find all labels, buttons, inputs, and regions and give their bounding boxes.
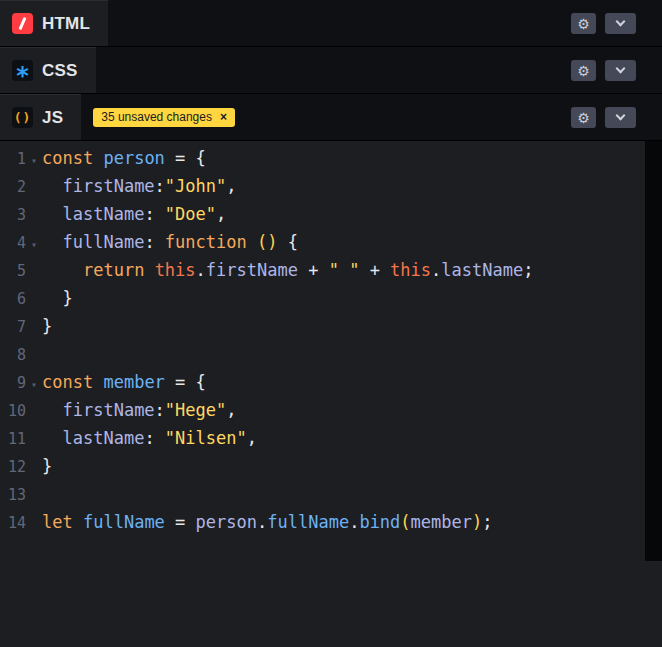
code-text: firstName:"John", [42,176,237,196]
tab-css[interactable]: * CSS [0,47,96,93]
js-parens-glyph: () [14,110,32,125]
code-text: } [42,288,73,308]
editor-panels: HTML ⚙ * CSS ⚙ [0,0,662,647]
tab-css-label: CSS [42,61,78,81]
code-line[interactable]: 6 } [0,284,662,312]
tab-html[interactable]: HTML [0,0,108,46]
chevron-down-icon [616,111,626,121]
code-line[interactable]: 14let fullName = person.fullName.bind(me… [0,508,662,536]
tab-js-label: JS [42,108,63,128]
line-number: 12 [0,453,26,481]
code-line[interactable]: 5 return this.firstName + " " + this.las… [0,256,662,284]
code-text: firstName:"Hege", [42,400,237,420]
js-panel-header: () JS 35 unsaved changes × ⚙ [0,94,662,141]
html-expand-button[interactable] [605,13,636,34]
css-expand-button[interactable] [605,60,636,81]
css-icon: * [12,60,33,81]
line-number: 13 [0,481,26,509]
fold-arrow-icon[interactable]: ▾ [26,147,42,175]
code-line[interactable]: 8 [0,340,662,368]
line-number: 9 [0,369,26,397]
unsaved-changes-text: 35 unsaved changes [101,110,212,124]
js-collapse-button[interactable] [605,107,636,128]
code-text: const member = { [42,372,206,392]
chevron-down-icon [616,17,626,27]
code-text: } [42,316,52,336]
js-header-actions: ⚙ [571,107,636,128]
badge-close-icon[interactable]: × [220,110,227,124]
js-settings-button[interactable]: ⚙ [571,107,596,128]
line-number: 7 [0,313,26,341]
line-number: 5 [0,257,26,285]
code-text: const person = { [42,148,206,168]
code-text: } [42,456,52,476]
css-panel-header: * CSS ⚙ [0,47,662,94]
html-panel-header: HTML ⚙ [0,0,662,47]
code-line[interactable]: 10 firstName:"Hege", [0,396,662,424]
html-icon [12,13,33,34]
line-number: 8 [0,341,26,369]
line-number: 1 [0,145,26,173]
gear-icon: ⚙ [577,110,590,126]
line-number: 6 [0,285,26,313]
tab-js[interactable]: () JS [0,94,81,140]
code-text: lastName: "Nilsen", [42,428,257,448]
line-number: 3 [0,201,26,229]
code-line[interactable]: 12} [0,452,662,480]
code-line[interactable]: 13 [0,480,662,508]
js-code-editor[interactable]: 1▾const person = {2 firstName:"John",3 l… [0,141,662,647]
js-icon: () [12,107,33,128]
line-number: 10 [0,397,26,425]
code-line[interactable]: 7} [0,312,662,340]
fold-arrow-icon[interactable]: ▾ [26,231,42,259]
css-settings-button[interactable]: ⚙ [571,60,596,81]
scrollbar-track[interactable] [645,141,662,561]
code-line[interactable]: 2 firstName:"John", [0,172,662,200]
css-header-actions: ⚙ [571,60,636,81]
line-number: 11 [0,425,26,453]
line-number: 4 [0,229,26,257]
code-line[interactable]: 4▾ fullName: function () { [0,228,662,256]
html-header-actions: ⚙ [571,13,636,34]
code-text: return this.firstName + " " + this.lastN… [42,260,533,280]
html-slash-glyph [18,17,26,30]
code-text: let fullName = person.fullName.bind(memb… [42,512,493,532]
code-lines: 1▾const person = {2 firstName:"John",3 l… [0,144,662,536]
gear-icon: ⚙ [577,63,590,79]
chevron-down-icon [616,64,626,74]
code-text: fullName: function () { [42,232,298,252]
code-text: lastName: "Doe", [42,204,226,224]
html-settings-button[interactable]: ⚙ [571,13,596,34]
tab-html-label: HTML [42,14,90,34]
line-number: 14 [0,509,26,537]
code-line[interactable]: 11 lastName: "Nilsen", [0,424,662,452]
code-line[interactable]: 9▾const member = { [0,368,662,396]
fold-arrow-icon[interactable]: ▾ [26,371,42,399]
code-line[interactable]: 3 lastName: "Doe", [0,200,662,228]
code-line[interactable]: 1▾const person = { [0,144,662,172]
line-number: 2 [0,173,26,201]
gear-icon: ⚙ [577,16,590,32]
unsaved-changes-badge[interactable]: 35 unsaved changes × [93,108,235,127]
